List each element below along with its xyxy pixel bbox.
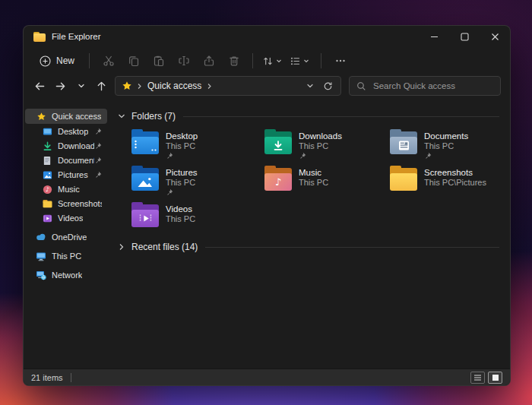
sidebar-item-label: Quick access [52,112,101,121]
folder-tile-downloads[interactable]: DownloadsThis PC [261,128,387,161]
folder-tile-music[interactable]: ♪MusicThis PC [261,164,387,198]
recent-files-section-header[interactable]: Recent files (14) [118,239,499,255]
star-icon [122,81,132,91]
refresh-button[interactable] [323,81,333,91]
view-icon [290,55,301,67]
copy-button[interactable] [121,50,146,72]
breadcrumb-actions [306,81,334,91]
desktop-icon [42,126,52,137]
folder-tile-text: ScreenshotsThis PC\Pictures [424,167,486,195]
close-button[interactable] [480,26,510,47]
folder-tile-name: Music [299,168,328,178]
sidebar-item-this-pc[interactable]: This PC [25,249,107,263]
folder-tile-pictures[interactable]: PicturesThis PC [128,164,261,198]
folder-tile-documents[interactable]: DocumentsThis PC [387,128,499,161]
folder-tile-text: DesktopThis PC [166,131,198,158]
back-button[interactable] [30,76,50,97]
folder-tile-desktop[interactable]: DesktopThis PC [128,128,261,161]
chevron-right-icon[interactable] [118,243,125,251]
folder-tile-location: This PC [424,141,468,151]
minimize-button[interactable] [419,26,449,47]
folders-section-label: Folders (7) [131,111,176,122]
videos-icon [42,213,52,223]
new-button-label: New [56,55,74,66]
large-thumbnails-button[interactable] [488,372,502,384]
folders-section-header[interactable]: Folders (7) [118,108,499,125]
recent-locations-button[interactable] [71,76,91,97]
sidebar-item-desktop[interactable]: Desktop [25,125,107,138]
title-bar[interactable]: File Explorer [24,26,510,47]
pin-icon [299,152,342,160]
search-icon [356,81,366,91]
folder-tile-location: This PC [166,178,198,188]
pin-icon [166,188,198,196]
folder-tile-text: DocumentsThis PC [424,131,468,158]
details-view-button[interactable] [470,372,485,384]
maximize-button[interactable] [449,26,480,47]
sidebar-item-network[interactable]: Network [25,268,107,282]
breadcrumb[interactable]: Quick access [115,76,341,96]
sort-icon [262,55,274,67]
sidebar-item-music[interactable]: ♪Music [25,182,107,196]
desktop-wallpaper: { "window": { "title": "File Explorer", … [0,0,532,405]
window-title: File Explorer [52,32,101,41]
sidebar-item-label: Desktop [58,127,88,136]
folder-tile-videos[interactable]: VideosThis PC [128,201,261,234]
sidebar-item-label: This PC [52,252,81,261]
paste-button[interactable] [146,50,171,72]
maximize-icon [461,33,469,41]
folder-tile-location: This PC [166,214,195,224]
view-button[interactable] [284,50,315,72]
see-more-button[interactable] [328,50,353,72]
sidebar-item-documents[interactable]: Documents [25,153,107,167]
folder-tile-text: MusicThis PC [299,167,328,195]
delete-button[interactable] [221,50,246,72]
star-icon [36,111,46,122]
sidebar-item-downloads[interactable]: Downloads [25,139,107,153]
forward-button[interactable] [50,76,71,97]
computer-icon [36,251,46,261]
folder-tile-name: Screenshots [424,168,486,178]
chevron-down-icon[interactable] [118,112,125,120]
folder-tile-screenshots[interactable]: ScreenshotsThis PC\Pictures [387,164,499,198]
folder-tile-name: Pictures [166,168,198,178]
sidebar-item-quick-access[interactable]: Quick access [25,109,107,124]
folder-icon [42,198,52,209]
chevron-right-icon [137,83,142,90]
more-icon [335,55,346,66]
documents-icon [42,155,52,166]
sort-button[interactable] [259,50,284,72]
search-input[interactable] [373,81,493,90]
window-body: Quick accessDesktopDownloadsDocumentsPic… [24,102,510,369]
paste-icon [153,55,165,67]
folder-tile-name: Documents [424,131,468,141]
music-icon: ♪ [42,184,52,195]
cut-button[interactable] [96,50,121,72]
up-button[interactable] [91,76,112,97]
address-bar-row: Quick access [24,74,510,102]
refresh-icon [323,81,333,91]
sidebar-item-onedrive[interactable]: OneDrive [25,230,107,244]
view-toggles [470,372,502,384]
breadcrumb-location[interactable]: Quick access [147,81,201,91]
section-divider [205,247,499,248]
pin-icon [166,152,198,160]
sidebar-item-videos[interactable]: Videos [25,211,107,225]
large-thumbnails-icon [492,374,499,381]
sidebar-item-label: Documents [58,156,94,165]
share-button[interactable] [196,50,221,72]
main-content: Folders (7) DesktopThis PCDownloadsThis … [109,102,510,369]
recent-files-section-label: Recent files (14) [131,242,198,252]
toolbar-divider [252,53,253,68]
sidebar-item-screenshots[interactable]: Screenshots [25,197,107,210]
section-divider [183,116,499,117]
details-view-icon [473,374,482,381]
rename-button[interactable] [171,50,196,72]
address-dropdown-button[interactable] [306,82,314,90]
sidebar-item-label: Videos [58,214,83,223]
sidebar-item-pictures[interactable]: Pictures [25,168,107,182]
folder-tile-location: This PC [166,141,198,151]
new-button[interactable]: New [31,52,83,71]
search-box[interactable] [349,76,501,96]
chevron-right-icon[interactable] [207,83,212,90]
